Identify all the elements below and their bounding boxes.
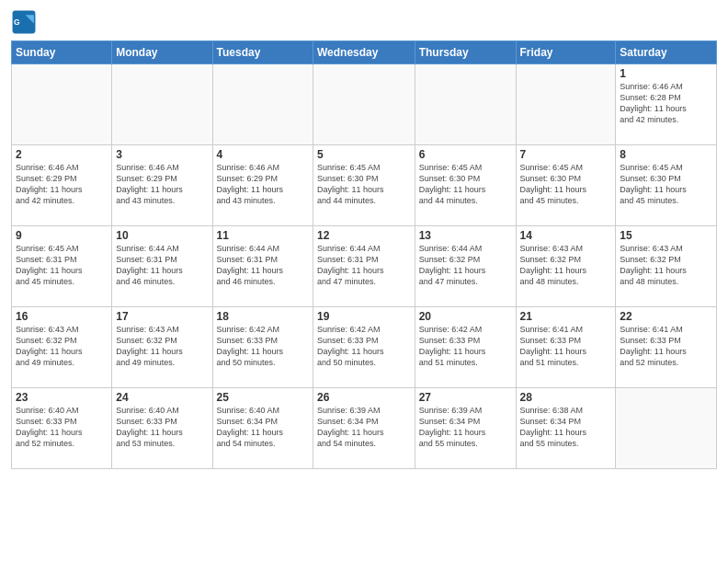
day-number: 21 [520, 310, 612, 323]
day-number: 5 [317, 148, 411, 161]
day-info: Sunrise: 6:42 AM Sunset: 6:33 PM Dayligh… [419, 324, 512, 369]
day-info: Sunrise: 6:45 AM Sunset: 6:30 PM Dayligh… [620, 162, 712, 207]
calendar-cell: 27Sunrise: 6:39 AM Sunset: 6:34 PM Dayli… [415, 388, 516, 469]
header: G [11, 9, 717, 35]
day-info: Sunrise: 6:43 AM Sunset: 6:32 PM Dayligh… [16, 324, 108, 369]
day-info: Sunrise: 6:40 AM Sunset: 6:33 PM Dayligh… [116, 405, 208, 450]
day-number: 23 [16, 391, 108, 404]
calendar-cell: 21Sunrise: 6:41 AM Sunset: 6:33 PM Dayli… [516, 307, 616, 388]
day-info: Sunrise: 6:45 AM Sunset: 6:30 PM Dayligh… [520, 162, 612, 207]
day-number: 11 [217, 229, 309, 242]
calendar-cell: 2Sunrise: 6:46 AM Sunset: 6:29 PM Daylig… [12, 145, 112, 226]
weekday-header-monday: Monday [112, 41, 212, 64]
calendar-cell: 12Sunrise: 6:44 AM Sunset: 6:31 PM Dayli… [313, 226, 415, 307]
calendar-cell: 16Sunrise: 6:43 AM Sunset: 6:32 PM Dayli… [12, 307, 112, 388]
calendar: SundayMondayTuesdayWednesdayThursdayFrid… [11, 40, 717, 469]
day-info: Sunrise: 6:45 AM Sunset: 6:31 PM Dayligh… [16, 243, 108, 288]
calendar-cell [415, 64, 516, 145]
calendar-cell: 25Sunrise: 6:40 AM Sunset: 6:34 PM Dayli… [212, 388, 313, 469]
day-number: 17 [116, 310, 208, 323]
day-info: Sunrise: 6:44 AM Sunset: 6:32 PM Dayligh… [419, 243, 512, 288]
day-number: 1 [620, 67, 712, 80]
day-number: 7 [520, 148, 612, 161]
day-info: Sunrise: 6:45 AM Sunset: 6:30 PM Dayligh… [419, 162, 512, 207]
day-info: Sunrise: 6:46 AM Sunset: 6:29 PM Dayligh… [217, 162, 309, 207]
calendar-cell: 3Sunrise: 6:46 AM Sunset: 6:29 PM Daylig… [112, 145, 212, 226]
day-number: 8 [620, 148, 712, 161]
calendar-cell [212, 64, 313, 145]
calendar-cell: 28Sunrise: 6:38 AM Sunset: 6:34 PM Dayli… [516, 388, 616, 469]
day-info: Sunrise: 6:38 AM Sunset: 6:34 PM Dayligh… [520, 405, 612, 450]
day-number: 15 [620, 229, 712, 242]
weekday-header-row: SundayMondayTuesdayWednesdayThursdayFrid… [12, 41, 717, 64]
day-number: 24 [116, 391, 208, 404]
weekday-header-wednesday: Wednesday [313, 41, 415, 64]
day-number: 6 [419, 148, 512, 161]
day-number: 22 [620, 310, 712, 323]
svg-text:G: G [14, 17, 20, 27]
calendar-cell: 17Sunrise: 6:43 AM Sunset: 6:32 PM Dayli… [112, 307, 212, 388]
day-info: Sunrise: 6:44 AM Sunset: 6:31 PM Dayligh… [317, 243, 411, 288]
day-number: 25 [217, 391, 309, 404]
calendar-cell: 23Sunrise: 6:40 AM Sunset: 6:33 PM Dayli… [12, 388, 112, 469]
logo-icon: G [11, 9, 37, 35]
calendar-cell: 15Sunrise: 6:43 AM Sunset: 6:32 PM Dayli… [616, 226, 717, 307]
calendar-cell: 20Sunrise: 6:42 AM Sunset: 6:33 PM Dayli… [415, 307, 516, 388]
calendar-cell: 11Sunrise: 6:44 AM Sunset: 6:31 PM Dayli… [212, 226, 313, 307]
day-info: Sunrise: 6:42 AM Sunset: 6:33 PM Dayligh… [217, 324, 309, 369]
page: G SundayMondayTuesdayWednesdayThursdayFr… [0, 0, 728, 563]
day-info: Sunrise: 6:40 AM Sunset: 6:34 PM Dayligh… [217, 405, 309, 450]
day-number: 18 [217, 310, 309, 323]
calendar-cell: 14Sunrise: 6:43 AM Sunset: 6:32 PM Dayli… [516, 226, 616, 307]
calendar-cell [313, 64, 415, 145]
week-row-1: 2Sunrise: 6:46 AM Sunset: 6:29 PM Daylig… [12, 145, 717, 226]
day-info: Sunrise: 6:43 AM Sunset: 6:32 PM Dayligh… [116, 324, 208, 369]
day-number: 28 [520, 391, 612, 404]
day-number: 14 [520, 229, 612, 242]
calendar-cell: 8Sunrise: 6:45 AM Sunset: 6:30 PM Daylig… [616, 145, 717, 226]
day-number: 4 [217, 148, 309, 161]
week-row-3: 16Sunrise: 6:43 AM Sunset: 6:32 PM Dayli… [12, 307, 717, 388]
logo: G [11, 9, 40, 35]
day-number: 10 [116, 229, 208, 242]
calendar-cell [12, 64, 112, 145]
week-row-2: 9Sunrise: 6:45 AM Sunset: 6:31 PM Daylig… [12, 226, 717, 307]
day-number: 12 [317, 229, 411, 242]
weekday-header-tuesday: Tuesday [212, 41, 313, 64]
day-number: 2 [16, 148, 108, 161]
calendar-cell [616, 388, 717, 469]
calendar-cell: 9Sunrise: 6:45 AM Sunset: 6:31 PM Daylig… [12, 226, 112, 307]
day-number: 26 [317, 391, 411, 404]
day-number: 27 [419, 391, 512, 404]
week-row-4: 23Sunrise: 6:40 AM Sunset: 6:33 PM Dayli… [12, 388, 717, 469]
calendar-cell: 6Sunrise: 6:45 AM Sunset: 6:30 PM Daylig… [415, 145, 516, 226]
day-info: Sunrise: 6:46 AM Sunset: 6:28 PM Dayligh… [620, 81, 712, 126]
day-number: 13 [419, 229, 512, 242]
day-info: Sunrise: 6:42 AM Sunset: 6:33 PM Dayligh… [317, 324, 411, 369]
calendar-cell: 19Sunrise: 6:42 AM Sunset: 6:33 PM Dayli… [313, 307, 415, 388]
day-info: Sunrise: 6:41 AM Sunset: 6:33 PM Dayligh… [520, 324, 612, 369]
day-info: Sunrise: 6:46 AM Sunset: 6:29 PM Dayligh… [116, 162, 208, 207]
calendar-cell: 7Sunrise: 6:45 AM Sunset: 6:30 PM Daylig… [516, 145, 616, 226]
day-info: Sunrise: 6:44 AM Sunset: 6:31 PM Dayligh… [116, 243, 208, 288]
calendar-cell [112, 64, 212, 145]
day-info: Sunrise: 6:39 AM Sunset: 6:34 PM Dayligh… [317, 405, 411, 450]
calendar-cell: 5Sunrise: 6:45 AM Sunset: 6:30 PM Daylig… [313, 145, 415, 226]
calendar-cell: 24Sunrise: 6:40 AM Sunset: 6:33 PM Dayli… [112, 388, 212, 469]
calendar-cell: 1Sunrise: 6:46 AM Sunset: 6:28 PM Daylig… [616, 64, 717, 145]
day-info: Sunrise: 6:45 AM Sunset: 6:30 PM Dayligh… [317, 162, 411, 207]
calendar-cell [516, 64, 616, 145]
calendar-cell: 4Sunrise: 6:46 AM Sunset: 6:29 PM Daylig… [212, 145, 313, 226]
day-number: 16 [16, 310, 108, 323]
day-info: Sunrise: 6:43 AM Sunset: 6:32 PM Dayligh… [620, 243, 712, 288]
day-number: 9 [16, 229, 108, 242]
calendar-cell: 10Sunrise: 6:44 AM Sunset: 6:31 PM Dayli… [112, 226, 212, 307]
calendar-cell: 13Sunrise: 6:44 AM Sunset: 6:32 PM Dayli… [415, 226, 516, 307]
weekday-header-friday: Friday [516, 41, 616, 64]
day-number: 19 [317, 310, 411, 323]
day-number: 3 [116, 148, 208, 161]
day-info: Sunrise: 6:46 AM Sunset: 6:29 PM Dayligh… [16, 162, 108, 207]
weekday-header-sunday: Sunday [12, 41, 112, 64]
day-info: Sunrise: 6:39 AM Sunset: 6:34 PM Dayligh… [419, 405, 512, 450]
day-number: 20 [419, 310, 512, 323]
